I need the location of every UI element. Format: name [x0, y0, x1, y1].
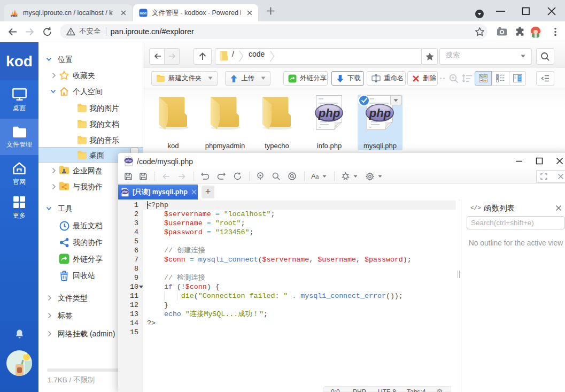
svg-text:php: php: [369, 106, 391, 120]
svg-text:kod: kod: [140, 11, 146, 15]
svg-text:php: php: [122, 190, 128, 193]
svg-text:php: php: [318, 106, 340, 120]
svg-text:php: php: [125, 159, 131, 162]
svg-text:PMA: PMA: [11, 14, 17, 18]
